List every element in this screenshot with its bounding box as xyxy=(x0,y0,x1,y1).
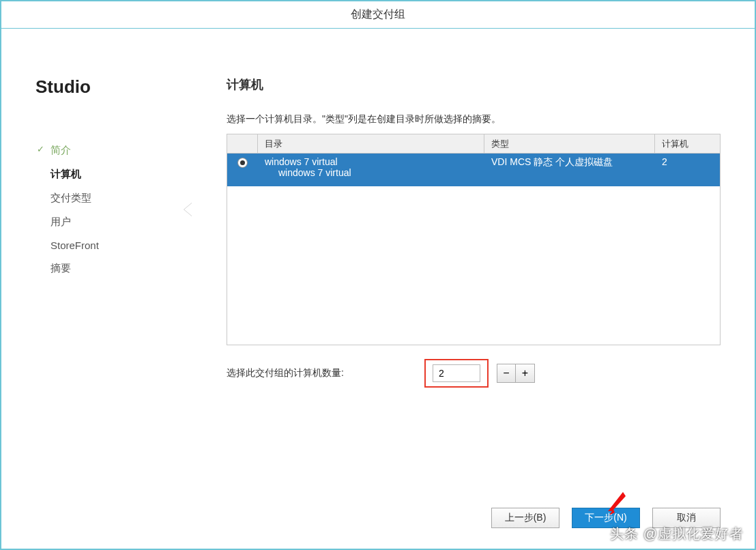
row-radio-cell[interactable] xyxy=(227,154,258,186)
radio-icon[interactable] xyxy=(237,158,248,168)
machine-count-label: 选择此交付组的计算机数量: xyxy=(227,367,424,379)
nav-item-summary[interactable]: 摘要 xyxy=(35,257,192,280)
nav-item-intro[interactable]: 简介 xyxy=(35,139,192,162)
header-select xyxy=(227,134,258,153)
catalog-table: 目录 类型 计算机 windows 7 virtual windows 7 vi… xyxy=(227,134,721,345)
next-button[interactable]: 下一步(N) xyxy=(572,508,640,528)
row-type-cell: VDI MCS 静态 个人虚拟磁盘 xyxy=(484,154,655,186)
machine-count-input[interactable] xyxy=(433,364,480,382)
header-count: 计算机 xyxy=(655,134,720,153)
main-panel: 计算机 选择一个计算机目录。"类型"列是在创建目录时所做选择的摘要。 目录 类型… xyxy=(192,29,755,549)
radio-dot-icon xyxy=(240,160,245,165)
increment-button[interactable]: + xyxy=(516,364,535,383)
nav-item-users[interactable]: 用户 xyxy=(35,210,192,234)
nav-item-delivery-type[interactable]: 交付类型 xyxy=(35,186,192,210)
nav-item-machines[interactable]: 计算机 xyxy=(35,162,192,186)
nav-item-label: 摘要 xyxy=(50,262,71,274)
row-count-cell: 2 xyxy=(655,154,720,186)
header-type: 类型 xyxy=(484,134,655,153)
nav-item-label: StoreFront xyxy=(50,240,99,251)
stepper-group: − + xyxy=(497,364,535,383)
dialog-body: Studio 简介 计算机 交付类型 用户 StoreFront 摘要 计算机 … xyxy=(1,29,755,549)
table-row[interactable]: windows 7 virtual windows 7 virtual VDI … xyxy=(227,154,720,186)
cancel-button[interactable]: 取消 xyxy=(652,508,721,528)
back-button[interactable]: 上一步(B) xyxy=(491,508,559,528)
header-directory: 目录 xyxy=(258,134,484,153)
row-directory-cell: windows 7 virtual windows 7 virtual xyxy=(258,154,484,186)
nav-item-label: 交付类型 xyxy=(50,192,91,203)
nav-item-label: 用户 xyxy=(50,216,71,227)
row-dir-line1: windows 7 virtual xyxy=(265,156,478,167)
nav-item-label: 计算机 xyxy=(50,168,81,179)
page-title: 计算机 xyxy=(227,76,721,93)
highlight-box xyxy=(424,359,489,388)
nav-item-label: 简介 xyxy=(50,144,71,156)
nav-item-storefront[interactable]: StoreFront xyxy=(35,234,192,257)
dialog-window: 创建交付组 Studio 简介 计算机 交付类型 用户 StoreFront 摘… xyxy=(0,0,756,550)
instruction-text: 选择一个计算机目录。"类型"列是在创建目录时所做选择的摘要。 xyxy=(227,113,721,126)
wizard-buttons: 上一步(B) 下一步(N) 取消 xyxy=(491,508,721,528)
row-dir-line2: windows 7 virtual xyxy=(265,167,478,178)
sidebar: Studio 简介 计算机 交付类型 用户 StoreFront 摘要 xyxy=(1,29,192,549)
window-title: 创建交付组 xyxy=(351,8,405,22)
table-header: 目录 类型 计算机 xyxy=(227,134,720,154)
titlebar: 创建交付组 xyxy=(1,1,755,29)
step-pointer-icon xyxy=(184,203,192,216)
machine-count-row: 选择此交付组的计算机数量: − + xyxy=(227,359,721,388)
sidebar-title: Studio xyxy=(35,76,192,98)
decrement-button[interactable]: − xyxy=(497,364,516,383)
